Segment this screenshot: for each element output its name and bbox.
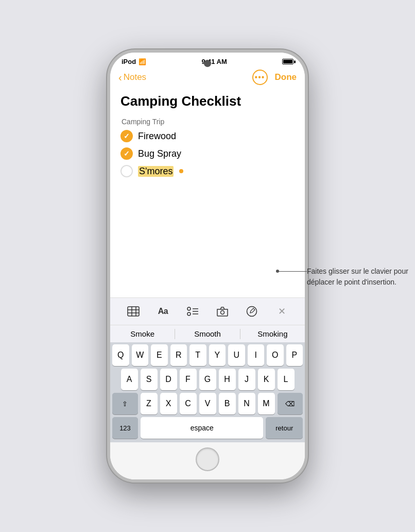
- key-space[interactable]: espace: [141, 417, 263, 439]
- checklist-text-bugspray: Bug Spray: [138, 148, 181, 159]
- text-cursor: [179, 169, 183, 173]
- done-button[interactable]: Done: [275, 72, 297, 82]
- camera-button[interactable]: [213, 302, 232, 321]
- key-z[interactable]: Z: [141, 393, 158, 414]
- checklist-text-smores: S'mores: [138, 166, 174, 177]
- key-v[interactable]: V: [199, 393, 216, 414]
- table-button[interactable]: [124, 302, 143, 321]
- annotation-line: [276, 271, 307, 272]
- key-m[interactable]: M: [258, 393, 275, 414]
- key-o[interactable]: O: [267, 344, 284, 366]
- note-content: Camping Checklist Camping Trip Firewood …: [110, 89, 305, 297]
- checkbox-firewood[interactable]: [120, 130, 133, 142]
- key-e[interactable]: E: [151, 344, 168, 366]
- close-toolbar-button[interactable]: ✕: [272, 302, 291, 321]
- battery-icon: [282, 59, 293, 64]
- keyboard-row-1: Q W E R T Y U I O P: [112, 344, 303, 366]
- checklist-item: S'mores: [120, 165, 295, 177]
- checklist-item: Bug Spray: [120, 147, 295, 160]
- keyboard[interactable]: Q W E R T Y U I O P A S D F G: [110, 342, 305, 442]
- key-y[interactable]: Y: [209, 344, 226, 366]
- chevron-left-icon: ‹: [118, 72, 122, 82]
- svg-rect-0: [128, 307, 139, 316]
- key-g[interactable]: G: [199, 369, 216, 390]
- key-w[interactable]: W: [132, 344, 149, 366]
- note-title: Camping Checklist: [120, 93, 295, 109]
- checkbox-bugspray[interactable]: [120, 147, 133, 160]
- screen: iPod 📶 9:41 AM ‹ Notes •••: [110, 53, 305, 479]
- annotation-text: Faites glisser sur le clavier pour dépla…: [307, 266, 410, 288]
- checklist-item: Firewood: [120, 130, 295, 142]
- status-bar: iPod 📶 9:41 AM: [110, 53, 305, 68]
- key-f[interactable]: F: [180, 369, 197, 390]
- wifi-icon: 📶: [139, 58, 146, 65]
- status-left: iPod 📶: [122, 58, 146, 65]
- nav-bar: ‹ Notes ••• Done: [110, 68, 305, 89]
- pen-button[interactable]: [243, 302, 261, 321]
- key-c[interactable]: C: [180, 393, 197, 414]
- carrier-label: iPod: [122, 58, 136, 65]
- svg-point-5: [187, 307, 191, 310]
- key-r[interactable]: R: [170, 344, 187, 366]
- key-shift[interactable]: ⇧: [112, 393, 138, 414]
- home-button[interactable]: [196, 447, 219, 471]
- autocomplete-smoke[interactable]: Smoke: [110, 325, 175, 342]
- key-l[interactable]: L: [278, 369, 295, 390]
- svg-point-10: [220, 311, 224, 314]
- key-j[interactable]: J: [238, 369, 255, 390]
- toolbar: Aa: [110, 297, 305, 325]
- svg-point-6: [187, 312, 191, 315]
- autocomplete-bar: Smoke Smooth Smoking: [110, 325, 305, 342]
- back-label: Notes: [124, 72, 146, 82]
- autocomplete-smooth[interactable]: Smooth: [175, 325, 239, 342]
- font-button[interactable]: Aa: [153, 302, 172, 321]
- ellipsis-icon: •••: [255, 73, 265, 81]
- annotation: Faites glisser sur le clavier pour dépla…: [307, 266, 410, 288]
- autocomplete-smoking[interactable]: Smoking: [240, 325, 305, 342]
- scene: iPod 📶 9:41 AM ‹ Notes •••: [0, 0, 415, 532]
- checklist-text-firewood: Firewood: [138, 131, 176, 142]
- key-numbers[interactable]: 123: [112, 417, 138, 439]
- keyboard-row-2: A S D F G H J K L: [112, 369, 303, 390]
- list-button[interactable]: [183, 302, 202, 321]
- key-u[interactable]: U: [228, 344, 245, 366]
- key-return[interactable]: retour: [266, 417, 303, 439]
- keyboard-row-4: 123 espace retour: [112, 417, 303, 439]
- key-k[interactable]: K: [258, 369, 275, 390]
- key-s[interactable]: S: [141, 369, 158, 390]
- back-button[interactable]: ‹ Notes: [118, 72, 146, 82]
- key-x[interactable]: X: [160, 393, 177, 414]
- key-n[interactable]: N: [238, 393, 255, 414]
- key-t[interactable]: T: [189, 344, 206, 366]
- keyboard-row-3: ⇧ Z X C V B N M ⌫: [112, 393, 303, 414]
- key-p[interactable]: P: [286, 344, 303, 366]
- battery-fill: [283, 60, 292, 63]
- key-q[interactable]: Q: [112, 344, 129, 366]
- checkbox-smores[interactable]: [120, 165, 133, 177]
- time-label: 9:41 AM: [201, 58, 227, 65]
- svg-point-11: [247, 307, 257, 317]
- key-a[interactable]: A: [121, 369, 138, 390]
- status-right: [282, 59, 293, 64]
- device: iPod 📶 9:41 AM ‹ Notes •••: [107, 49, 308, 483]
- key-h[interactable]: H: [219, 369, 236, 390]
- more-button[interactable]: •••: [252, 70, 268, 85]
- key-delete[interactable]: ⌫: [278, 393, 303, 414]
- key-d[interactable]: D: [160, 369, 177, 390]
- section-label: Camping Trip: [122, 118, 295, 126]
- key-i[interactable]: I: [248, 344, 265, 366]
- home-area: [110, 442, 305, 479]
- nav-right: ••• Done: [252, 70, 297, 85]
- key-b[interactable]: B: [219, 393, 236, 414]
